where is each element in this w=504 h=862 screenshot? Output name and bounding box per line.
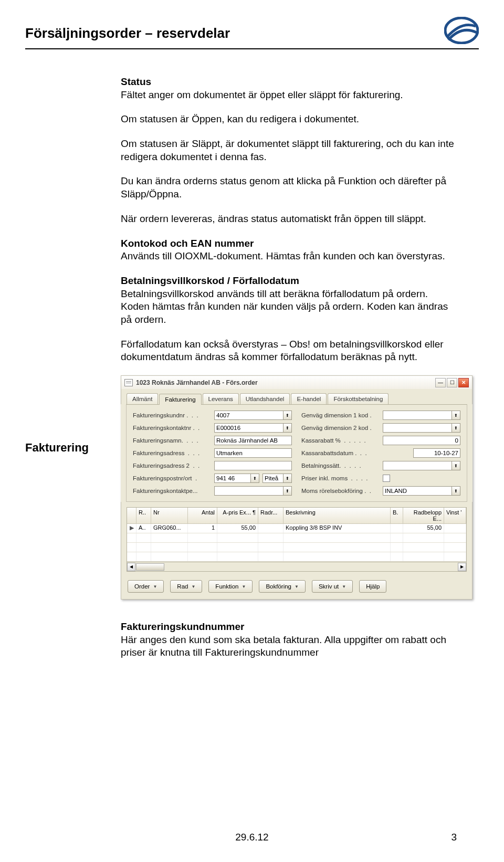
label-betalningssatt: Betalningssätt. . . . .: [301, 462, 383, 469]
bokforing-button[interactable]: Bokföring▼: [259, 580, 306, 593]
label-kassarabatt: Kassarabatt % . . . . .: [301, 437, 383, 444]
input-postnr[interactable]: 941 46: [214, 474, 251, 483]
lookup-icon[interactable]: ⬆: [452, 423, 460, 433]
body-text: Om statusen är Släppt, är dokumentet slä…: [121, 138, 457, 163]
app-window: 1023 Roknäs Järnhandel AB - Förs.order ―…: [121, 375, 472, 600]
input-kassarabatt[interactable]: 0: [383, 436, 460, 445]
skrivut-button[interactable]: Skriv ut▼: [312, 580, 353, 593]
hjalp-button[interactable]: Hjälp: [359, 580, 386, 593]
input-betalningssatt[interactable]: [383, 461, 452, 470]
label-faktureringspostnr: Faktureringspostnr/ort .: [133, 475, 214, 481]
label-faktureringskontaktpe: Faktureringskontaktpe...: [133, 488, 214, 494]
lookup-icon[interactable]: ⬆: [452, 411, 460, 420]
chevron-down-icon: ▼: [242, 584, 246, 589]
cell[interactable]: [258, 524, 284, 533]
input-ort[interactable]: Piteå: [262, 474, 284, 483]
heading-status: Status: [121, 76, 151, 87]
table-row[interactable]: [127, 552, 466, 562]
cell[interactable]: 1: [188, 524, 217, 533]
cell[interactable]: [444, 524, 466, 533]
scroll-thumb[interactable]: [136, 563, 164, 571]
cell[interactable]: GRG060...: [151, 524, 188, 533]
rad-button[interactable]: Rad▼: [170, 580, 202, 593]
col-r[interactable]: R..: [136, 508, 151, 523]
order-lines-grid: R.. Nr Antal A-pris Ex... ¶ Radr... Besk…: [127, 507, 467, 562]
label-momsrorelse: Moms rörelsebokföring . .: [301, 488, 383, 494]
lookup-icon[interactable]: ⬆: [452, 486, 460, 496]
tab-utlandshandel[interactable]: Utlandshandel: [240, 393, 290, 404]
chevron-down-icon: ▼: [191, 584, 195, 589]
lookup-icon[interactable]: ⬆: [251, 474, 259, 483]
page-title: Försäljningsorder – reservdelar: [25, 25, 230, 41]
section-label-fakturering: Fakturering: [25, 441, 89, 455]
tab-allmant[interactable]: Allmänt: [127, 393, 158, 404]
label-prisermoms: Priser inkl. moms . . . .: [301, 475, 383, 481]
input-kassarabattsdatum[interactable]: 10-10-27: [413, 448, 460, 458]
lookup-icon[interactable]: ⬆: [452, 461, 460, 470]
lookup-icon[interactable]: ⬆: [284, 474, 292, 483]
scroll-left-button[interactable]: ◀: [127, 563, 135, 571]
table-row[interactable]: [127, 533, 466, 543]
heading-betalningsvillkor: Betalningsvillkorskod / Förfallodatum: [121, 275, 299, 286]
input-faktureringskontaktnr[interactable]: E000016: [214, 423, 284, 433]
chevron-down-icon: ▼: [295, 584, 299, 589]
label-faktureringsadress: Faktureringsadress . . .: [133, 450, 214, 456]
close-button[interactable]: ✕: [458, 378, 469, 387]
body-text: Du kan ändra orderns status genom att kl…: [121, 175, 457, 201]
tab-ehandel[interactable]: E-handel: [291, 393, 327, 404]
col-radr[interactable]: Radr...: [258, 508, 284, 523]
label-faktureringsadress2: Faktureringsadress 2 . .: [133, 462, 214, 469]
col-vinst[interactable]: Vinst ': [444, 508, 466, 523]
input-momsrorelse[interactable]: INLAND: [383, 486, 452, 496]
input-faktureringsadress2[interactable]: [214, 461, 292, 470]
input-dim1[interactable]: [383, 411, 452, 420]
cell[interactable]: 55,00: [217, 524, 258, 533]
input-dim2[interactable]: [383, 423, 452, 433]
body-text: Här anges den kund som ska betala faktur…: [121, 634, 446, 658]
body-text: Om statusen är Öppen, kan du redigera i …: [121, 113, 457, 126]
minimize-button[interactable]: ―: [435, 378, 446, 387]
col-antal[interactable]: Antal: [188, 508, 217, 523]
page-number: 3: [451, 832, 457, 843]
lookup-icon[interactable]: ⬆: [284, 423, 292, 433]
cell[interactable]: 55,00: [403, 524, 444, 533]
input-faktureringsnamn[interactable]: Roknäs Järnhandel AB: [214, 436, 292, 445]
label-dim1: Genväg dimension 1 kod .: [301, 412, 383, 418]
lookup-icon[interactable]: ⬆: [284, 411, 292, 420]
scroll-right-button[interactable]: ▶: [458, 563, 466, 571]
tab-bar: Allmänt Fakturering Leverans Utlandshand…: [121, 389, 472, 404]
col-b[interactable]: B.: [391, 508, 403, 523]
tab-forskottsbetalning[interactable]: Förskottsbetalning: [328, 393, 388, 404]
funktion-button[interactable]: Funktion▼: [208, 580, 253, 593]
cell[interactable]: A..: [136, 524, 151, 533]
cell[interactable]: [391, 524, 403, 533]
col-beskrivning[interactable]: Beskrivning: [284, 508, 391, 523]
input-faktureringsadress[interactable]: Utmarken: [214, 448, 292, 458]
label-dim2: Genväg dimension 2 kod .: [301, 425, 383, 431]
order-button[interactable]: Order▼: [128, 580, 164, 593]
heading-faktureringskundnummer: Faktureringskundnummer: [121, 621, 244, 632]
label-faktureringsnamn: Faktureringsnamn. . . .: [133, 437, 214, 444]
row-indicator-icon: ▶: [127, 524, 136, 533]
col-radbelopp[interactable]: Radbelopp E...: [403, 508, 444, 523]
body-text: Förfallodatum kan också överstyras – Obs…: [121, 338, 457, 364]
lookup-icon[interactable]: ⬆: [284, 486, 292, 496]
cell[interactable]: Koppling 3/8 BSP INV: [284, 524, 391, 533]
input-faktureringskontaktpe[interactable]: [214, 486, 284, 496]
col-apris[interactable]: A-pris Ex... ¶: [217, 508, 258, 523]
input-faktureringskundnr[interactable]: 4007: [214, 411, 284, 420]
label-faktureringskundnr: Faktureringskundnr . . .: [133, 412, 214, 418]
window-icon: [124, 379, 133, 386]
heading-kontokod: Kontokod och EAN nummer: [121, 238, 254, 249]
body-text: Betalningsvillkorskod används till att b…: [121, 288, 448, 325]
col-nr[interactable]: Nr: [151, 508, 188, 523]
table-row[interactable]: [127, 543, 466, 552]
maximize-button[interactable]: ☐: [447, 378, 457, 387]
col-selector[interactable]: [127, 508, 136, 523]
table-row[interactable]: ▶ A.. GRG060... 1 55,00 Koppling 3/8 BSP…: [127, 524, 466, 533]
window-title: 1023 Roknäs Järnhandel AB - Förs.order: [136, 379, 258, 386]
tab-leverans[interactable]: Leverans: [203, 393, 239, 404]
checkbox-prisermoms[interactable]: [383, 475, 390, 482]
tab-fakturering[interactable]: Fakturering: [159, 394, 201, 405]
chevron-down-icon: ▼: [342, 584, 346, 589]
